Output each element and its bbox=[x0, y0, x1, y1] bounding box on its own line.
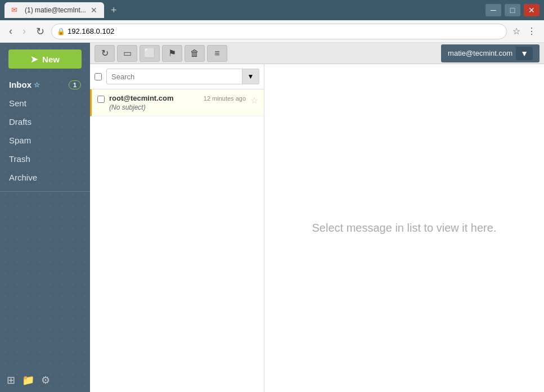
sidebar-bottom: ⊞ 📁 ⚙ bbox=[0, 368, 90, 392]
email-time: 12 minutes ago bbox=[204, 95, 246, 102]
select-all-checkbox[interactable] bbox=[95, 73, 102, 80]
more-menu-button[interactable]: ≡ bbox=[207, 45, 227, 62]
user-email-text: matie@tecmint.com bbox=[448, 49, 512, 57]
address-input[interactable] bbox=[51, 24, 507, 39]
tab-close-button[interactable]: ✕ bbox=[91, 6, 97, 15]
settings-button[interactable]: ⚙ bbox=[41, 374, 50, 386]
email-content: root@tecmint.com 12 minutes ago (No subj… bbox=[109, 94, 246, 111]
reload-button[interactable]: ↻ bbox=[33, 23, 48, 40]
sidebar-item-inbox[interactable]: Inbox ☆ 1 bbox=[0, 75, 90, 94]
sidebar-item-sent[interactable]: Sent bbox=[0, 94, 90, 112]
archive-button[interactable]: ⬜ bbox=[140, 45, 160, 62]
maximize-button[interactable]: □ bbox=[505, 4, 520, 16]
sidebar-item-spam[interactable]: Spam bbox=[0, 131, 90, 150]
search-input[interactable] bbox=[106, 69, 242, 84]
move-folder-button[interactable]: ▭ bbox=[117, 45, 137, 62]
table-row[interactable]: root@tecmint.com 12 minutes ago (No subj… bbox=[90, 89, 264, 116]
back-button[interactable]: ‹ bbox=[6, 23, 16, 39]
archive-icon: ⬜ bbox=[144, 48, 155, 58]
spam-label: Spam bbox=[9, 136, 31, 145]
menu-icon: ≡ bbox=[214, 48, 219, 58]
inbox-star-icon: ☆ bbox=[34, 81, 40, 89]
sidebar-item-archive[interactable]: Archive bbox=[0, 168, 90, 187]
sidebar-item-trash[interactable]: Trash bbox=[0, 150, 90, 168]
email-list-panel: ▼ root@tecmint.com 12 minutes ago bbox=[90, 64, 264, 392]
compose-label: New bbox=[42, 55, 60, 64]
forward-button[interactable]: › bbox=[19, 23, 29, 39]
bookmark-button[interactable]: ☆ bbox=[510, 25, 523, 38]
search-dropdown-icon: ▼ bbox=[248, 73, 254, 80]
inbox-badge: 1 bbox=[69, 80, 81, 89]
empty-preview-message: Select message in list to view it here. bbox=[312, 222, 497, 235]
user-dropdown-button[interactable]: ▼ bbox=[516, 47, 533, 60]
archive-label: Archive bbox=[9, 173, 37, 182]
compose-icon: ➤ bbox=[30, 54, 38, 65]
inbox-label: Inbox bbox=[9, 80, 32, 89]
flag-icon: ⚑ bbox=[168, 48, 176, 58]
message-preview: Select message in list to view it here. bbox=[264, 64, 544, 392]
email-list: root@tecmint.com 12 minutes ago (No subj… bbox=[90, 89, 264, 116]
expand-button[interactable]: ⊞ bbox=[7, 374, 15, 386]
email-checkbox[interactable] bbox=[97, 96, 105, 103]
refresh-toolbar-button[interactable]: ↻ bbox=[95, 45, 115, 62]
trash-icon: 🗑 bbox=[190, 48, 199, 58]
folder-button[interactable]: 📁 bbox=[22, 374, 34, 386]
sent-label: Sent bbox=[9, 98, 26, 108]
user-info: matie@tecmint.com ▼ bbox=[441, 44, 539, 62]
sidebar-nav: Inbox ☆ 1 Sent Drafts Spam Trash Archive bbox=[0, 75, 90, 196]
user-dropdown-icon: ▼ bbox=[520, 49, 528, 58]
email-header: root@tecmint.com 12 minutes ago bbox=[109, 94, 246, 102]
refresh-icon: ↻ bbox=[101, 48, 109, 58]
search-dropdown-button[interactable]: ▼ bbox=[242, 69, 259, 84]
address-lock-icon: 🔒 bbox=[57, 28, 65, 35]
minimize-button[interactable]: ─ bbox=[485, 4, 501, 16]
toolbar: ↻ ▭ ⬜ ⚑ 🗑 ≡ matie@tecmint.com bbox=[90, 43, 544, 64]
folder-icon: ▭ bbox=[123, 48, 132, 58]
flag-button[interactable]: ⚑ bbox=[162, 45, 182, 62]
email-sender: root@tecmint.com bbox=[109, 94, 174, 102]
email-area: ▼ root@tecmint.com 12 minutes ago bbox=[90, 64, 544, 392]
browser-menu-button[interactable]: ⋮ bbox=[525, 25, 538, 38]
main-area: ↻ ▭ ⬜ ⚑ 🗑 ≡ matie@tecmint.com bbox=[90, 43, 544, 392]
app-content: ➤ New Inbox ☆ 1 Sent Drafts Spam bbox=[0, 43, 544, 392]
nav-divider bbox=[0, 191, 90, 192]
browser-controls: ‹ › ↻ 🔒 ☆ ⋮ bbox=[0, 20, 544, 43]
compose-button[interactable]: ➤ New bbox=[8, 49, 82, 69]
email-subject: (No subject) bbox=[109, 103, 246, 111]
browser-tab[interactable]: ✉ (1) matie@tecmInt... ✕ bbox=[5, 2, 104, 18]
email-star-icon[interactable]: ☆ bbox=[250, 95, 258, 106]
close-window-button[interactable]: ✕ bbox=[524, 4, 539, 16]
new-tab-button[interactable]: + bbox=[107, 4, 120, 16]
sidebar-item-drafts[interactable]: Drafts bbox=[0, 112, 90, 131]
search-bar: ▼ bbox=[90, 64, 264, 89]
tab-favicon: ✉ bbox=[11, 6, 20, 15]
browser-titlebar: ✉ (1) matie@tecmInt... ✕ + ─ □ ✕ bbox=[0, 0, 544, 20]
trash-label: Trash bbox=[9, 154, 30, 164]
sidebar: ➤ New Inbox ☆ 1 Sent Drafts Spam bbox=[0, 43, 90, 392]
delete-button[interactable]: 🗑 bbox=[185, 45, 205, 62]
drafts-label: Drafts bbox=[9, 117, 32, 127]
tab-title: (1) matie@tecmInt... bbox=[25, 6, 86, 14]
